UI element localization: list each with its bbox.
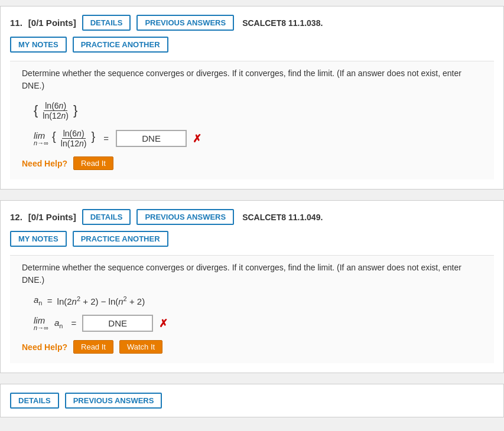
q11-lim-word: lim	[34, 131, 48, 140]
open-brace: {	[34, 103, 38, 118]
q12-answer-input[interactable]	[82, 315, 153, 332]
q11-lim-notation: lim n→∞	[34, 131, 48, 146]
q12-need-help-label: Need Help?	[22, 342, 67, 352]
q12-equals-sign: =	[44, 296, 54, 306]
question-12-text: Determine whether the sequence converges…	[22, 262, 482, 286]
q11-limit-den: ln(12n)	[60, 139, 88, 148]
bottom-prev-answers-button[interactable]: PREVIOUS ANSWERS	[65, 393, 162, 409]
bottom-details-button[interactable]: DETAILS	[10, 393, 59, 409]
q12-lim-notation: lim n→∞	[34, 316, 48, 331]
q11-limit-expr: { ln(6n) ln(12n) }	[52, 129, 95, 148]
question-11-ref: SCALCET8 11.1.038.	[242, 18, 323, 28]
question-11-text: Determine whether the sequence converges…	[22, 67, 482, 92]
q11-details-button[interactable]: DETAILS	[82, 15, 131, 31]
q11-wrong-icon: ✗	[193, 132, 201, 145]
q11-secondary-buttons: MY NOTES PRACTICE ANOTHER	[10, 37, 494, 53]
question-12-content: Determine whether the sequence converges…	[10, 255, 494, 363]
q11-numerator: ln(6n)	[44, 101, 67, 111]
q11-sequence: { ln(6n) ln(12n) }	[34, 100, 482, 120]
q11-prev-answers-button[interactable]: PREVIOUS ANSWERS	[136, 15, 234, 31]
q11-limit-num: ln(6n)	[62, 129, 86, 139]
question-12-block: 12. [0/1 Points] DETAILS PREVIOUS ANSWER…	[0, 200, 504, 373]
q11-limit-fraction: ln(6n) ln(12n)	[60, 129, 88, 148]
question-11-number: 11.	[10, 18, 22, 28]
question-11-header: 11. [0/1 Points] DETAILS PREVIOUS ANSWER…	[10, 15, 494, 31]
q11-my-notes-button[interactable]: MY NOTES	[10, 37, 67, 53]
q12-my-notes-button[interactable]: MY NOTES	[10, 231, 67, 247]
q11-answer-input[interactable]	[116, 130, 187, 147]
q12-lim-word: lim	[34, 316, 48, 325]
q11-expr-close-brace: }	[92, 130, 96, 143]
question-11-content: Determine whether the sequence converges…	[10, 61, 494, 179]
q11-need-help-row: Need Help? Read It	[22, 156, 482, 170]
page-wrapper: 11. [0/1 Points] DETAILS PREVIOUS ANSWER…	[0, 0, 504, 431]
q11-equals: =	[103, 133, 109, 143]
q12-limit-row: lim n→∞ an = ✗	[22, 315, 482, 332]
q12-details-button[interactable]: DETAILS	[82, 209, 131, 225]
q12-prev-answers-button[interactable]: PREVIOUS ANSWERS	[136, 209, 234, 225]
question-12-number: 12.	[10, 212, 22, 222]
q12-read-it-button[interactable]: Read It	[73, 340, 113, 354]
q12-an-expression: an = ln(2n2 + 2) − ln(n2 + 2)	[34, 295, 482, 306]
question-11-points: [0/1 Points]	[28, 18, 76, 28]
q12-wrong-icon: ✗	[159, 317, 168, 330]
q12-an: an	[34, 295, 42, 306]
q12-expr: ln(2n2 + 2) − ln(n2 + 2)	[57, 295, 145, 306]
q11-limit-row: lim n→∞ { ln(6n) ln(12n) } = ✗	[22, 129, 482, 148]
q11-need-help-label: Need Help?	[22, 159, 67, 168]
question-12-header: 12. [0/1 Points] DETAILS PREVIOUS ANSWER…	[10, 209, 494, 225]
bottom-partial-block: DETAILS PREVIOUS ANSWERS	[0, 384, 504, 417]
close-brace: }	[73, 103, 77, 118]
q11-expr-open-brace: {	[52, 130, 56, 143]
q11-denominator: ln(12n)	[41, 111, 70, 120]
q12-need-help-row: Need Help? Read It Watch It	[22, 340, 482, 354]
q12-lim-sub: n→∞	[34, 325, 48, 331]
q12-practice-another-button[interactable]: PRACTICE ANOTHER	[73, 231, 168, 247]
q11-fraction-wrapper: ln(6n) ln(12n)	[40, 100, 71, 120]
q11-lim-sub: n→∞	[34, 140, 48, 146]
q12-watch-it-button[interactable]: Watch It	[119, 340, 162, 354]
q12-limit-equals: =	[71, 318, 76, 328]
question-12-points: [0/1 Points]	[28, 212, 76, 222]
question-11-block: 11. [0/1 Points] DETAILS PREVIOUS ANSWER…	[0, 6, 504, 190]
question-12-ref: SCALCET8 11.1.049.	[242, 213, 323, 222]
q12-secondary-buttons: MY NOTES PRACTICE ANOTHER	[10, 231, 494, 247]
q11-fraction: ln(6n) ln(12n)	[41, 101, 70, 120]
q11-read-it-button[interactable]: Read It	[73, 156, 113, 170]
q12-an-limit: an	[54, 318, 63, 329]
q11-practice-another-button[interactable]: PRACTICE ANOTHER	[73, 37, 168, 53]
